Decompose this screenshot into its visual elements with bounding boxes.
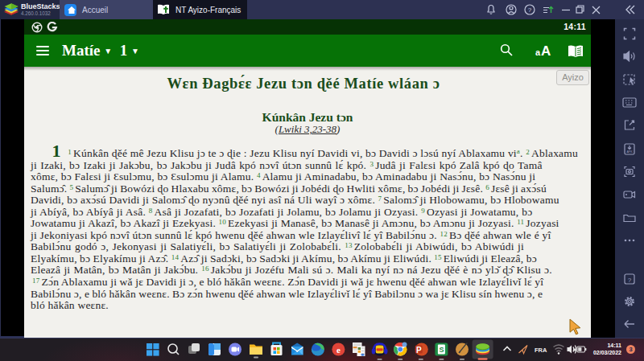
svg-text:APK: APK <box>626 150 633 154</box>
svg-text:e: e <box>336 345 341 355</box>
svg-text:?: ? <box>528 6 532 14</box>
svg-text:a: a <box>535 47 541 57</box>
svg-text:S: S <box>439 346 444 354</box>
svg-text:P: P <box>416 346 422 355</box>
svg-text:A: A <box>541 43 551 59</box>
svg-text:?: ? <box>628 277 632 284</box>
